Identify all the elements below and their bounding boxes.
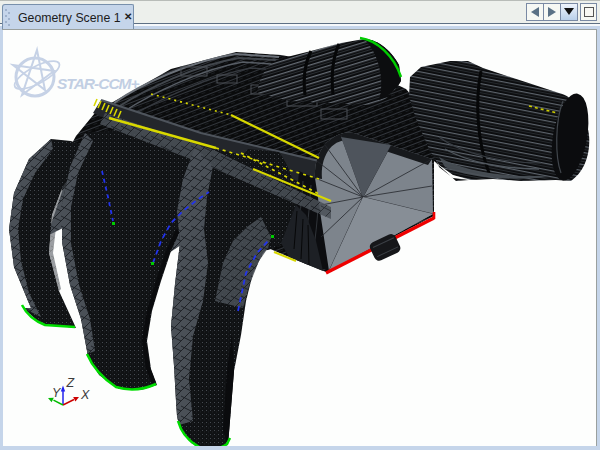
svg-text:X: X <box>80 388 90 402</box>
svg-text:STAR-CCM+: STAR-CCM+ <box>57 75 140 92</box>
svg-text:Y: Y <box>52 386 62 400</box>
svg-text:Z: Z <box>66 376 75 390</box>
